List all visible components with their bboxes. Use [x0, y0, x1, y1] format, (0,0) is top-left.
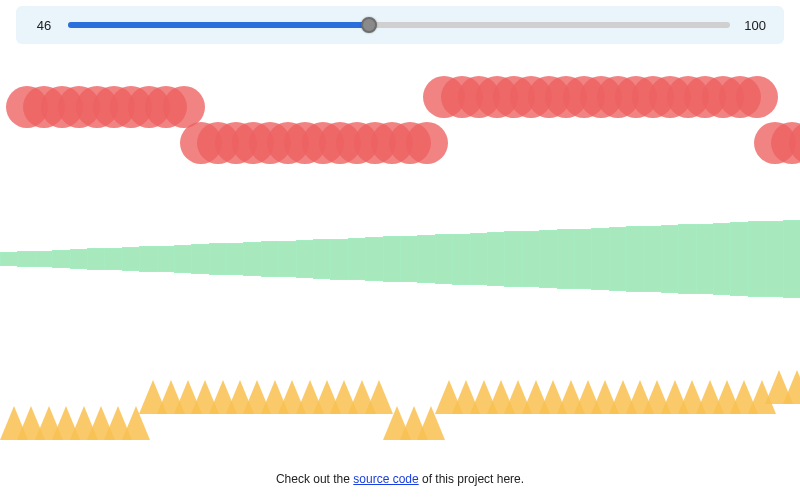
bar-shape	[452, 234, 470, 285]
bar-shape	[609, 227, 627, 291]
bar-shape	[470, 233, 488, 285]
bar-shape	[539, 230, 557, 288]
bar-shape	[504, 231, 522, 286]
slider-thumb[interactable]	[361, 17, 377, 33]
shapes-canvas	[0, 54, 800, 444]
bar-shape	[730, 222, 748, 296]
bar-shape	[278, 241, 296, 278]
bar-shape	[330, 239, 348, 280]
bar-shape	[383, 236, 401, 281]
footer-prefix: Check out the	[276, 472, 353, 486]
bar-shape	[487, 232, 505, 286]
source-code-link[interactable]: source code	[353, 472, 418, 486]
bar-shape	[765, 221, 783, 298]
bar-shape	[191, 244, 209, 274]
bar-shape	[435, 234, 453, 284]
bar-shape	[696, 224, 714, 295]
bar-shape	[296, 240, 314, 278]
bar-shape	[348, 238, 366, 280]
bar-shape	[365, 237, 383, 281]
bar-shape	[157, 246, 175, 273]
bar-shape	[52, 250, 70, 268]
slider-value-label: 46	[34, 18, 54, 33]
slider-container: 46 100	[16, 6, 784, 44]
circles-row	[0, 62, 800, 172]
bar-shape	[0, 252, 18, 266]
bar-shape	[748, 221, 766, 296]
bar-shape	[678, 224, 696, 293]
count-slider[interactable]	[68, 16, 730, 34]
bar-shape	[313, 239, 331, 279]
bar-shape	[243, 242, 261, 276]
bar-shape	[661, 225, 679, 293]
bar-shape	[417, 235, 435, 283]
bar-shape	[591, 228, 609, 290]
footer-suffix: of this project here.	[419, 472, 524, 486]
slider-track-fill	[68, 22, 369, 28]
bar-shape	[522, 231, 540, 288]
bar-shape	[626, 226, 644, 291]
bars-row	[0, 214, 800, 304]
bar-shape	[574, 229, 592, 290]
bar-shape	[643, 226, 661, 293]
bar-shape	[400, 236, 418, 283]
triangle-shape	[783, 370, 800, 404]
bar-shape	[557, 229, 575, 289]
bar-shape	[70, 249, 88, 269]
footer-text: Check out the source code of this projec…	[0, 472, 800, 486]
bar-shape	[17, 251, 35, 266]
bar-shape	[104, 248, 122, 271]
bar-shape	[713, 223, 731, 295]
bar-shape	[783, 220, 800, 298]
bar-shape	[261, 241, 279, 276]
bar-shape	[87, 248, 105, 269]
circle-shape	[406, 122, 448, 164]
bar-shape	[122, 247, 140, 271]
bar-shape	[226, 243, 244, 275]
bar-shape	[174, 245, 192, 273]
slider-max-label: 100	[744, 18, 766, 33]
bar-shape	[139, 246, 157, 271]
triangles-row	[0, 344, 800, 424]
bar-shape	[209, 243, 227, 274]
circle-shape	[736, 76, 778, 118]
bar-shape	[35, 251, 53, 268]
